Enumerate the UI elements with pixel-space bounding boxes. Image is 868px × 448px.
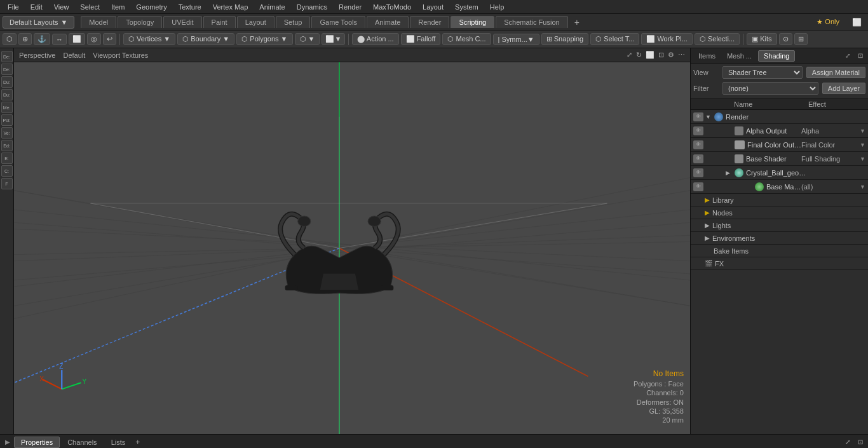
tree-section-library[interactable]: ▶ Library: [691, 194, 868, 207]
tab-expand[interactable]: ⬜: [848, 17, 865, 28]
tab-model[interactable]: Model: [81, 16, 116, 28]
menu-select[interactable]: Select: [75, 2, 105, 12]
sidebar-tool-9[interactable]: E:: [1, 153, 13, 164]
tab-star[interactable]: ★ Only: [811, 17, 844, 27]
vp-refresh[interactable]: ↻: [636, 51, 642, 59]
sidebar-tool-7[interactable]: Ve:: [1, 127, 13, 139]
tab-gametools[interactable]: Game Tools: [311, 16, 365, 28]
tool-btn-3[interactable]: ↔: [52, 34, 67, 45]
sidebar-tool-10[interactable]: C:: [1, 165, 13, 177]
tree-section-environments[interactable]: ▶ Environments: [691, 232, 868, 245]
tree-expand-render[interactable]: ▼: [705, 114, 713, 120]
tree-section-fx[interactable]: 🎬 FX: [691, 257, 868, 270]
tool-extra[interactable]: ⬜▼: [322, 33, 345, 45]
tool-workpl[interactable]: ⬜ Work Pl...: [641, 33, 693, 45]
tab-animate[interactable]: Animate: [367, 16, 409, 28]
bottom-collapse[interactable]: ▶: [3, 437, 13, 447]
tab-setup[interactable]: Setup: [276, 16, 311, 28]
sidebar-tool-5[interactable]: Me:: [1, 102, 13, 113]
tree-vis-baseshader[interactable]: 👁: [693, 154, 703, 163]
tree-effect-basematerial-dd[interactable]: ▼: [860, 184, 865, 190]
bottom-add[interactable]: +: [133, 437, 142, 448]
tree-row-crystal[interactable]: 👁 ▶ Crystal_Ball_geo2...: [691, 166, 868, 180]
tool-meshc[interactable]: ⬡ Mesh C...: [442, 33, 491, 45]
menu-system[interactable]: System: [450, 2, 484, 12]
tab-add-button[interactable]: +: [569, 16, 585, 29]
vp-dots[interactable]: ⋯: [678, 51, 685, 59]
sidebar-tool-1[interactable]: De:: [1, 51, 13, 62]
viewport-canvas[interactable]: No Items Polygons : Face Channels: 0 Def…: [14, 62, 690, 434]
sidebar-tool-2[interactable]: De:: [1, 64, 13, 75]
bottom-expand-icon[interactable]: ⤢: [843, 437, 853, 447]
add-layer-btn[interactable]: Add Layer: [822, 83, 865, 94]
tree-vis-crystal[interactable]: 👁: [693, 168, 703, 177]
tool-btn-0[interactable]: ⬡: [3, 33, 17, 45]
sidebar-tool-11[interactable]: F: [1, 178, 13, 189]
tree-row-alpha[interactable]: 👁 Alpha Output Alpha ▼: [691, 124, 868, 138]
tool-selecti[interactable]: ⬡ Selecti...: [695, 33, 740, 45]
tree-section-lights[interactable]: ▶ Lights: [691, 219, 868, 232]
right-tab-expand[interactable]: ⤢: [843, 51, 853, 60]
tab-scripting[interactable]: Scripting: [451, 16, 494, 28]
tool-polygons[interactable]: ⬡ Polygons ▼: [236, 33, 292, 45]
tool-action[interactable]: ⬤ Action ...: [352, 33, 398, 45]
tool-btn-1[interactable]: ⊕: [18, 33, 32, 45]
tool-snapping[interactable]: ⊞ Snapping: [541, 33, 589, 45]
sidebar-tool-8[interactable]: Ed:: [1, 140, 13, 151]
bottom-tab-channels[interactable]: Channels: [61, 437, 103, 447]
menu-edit[interactable]: Edit: [25, 2, 48, 12]
tree-effect-alpha-dd[interactable]: ▼: [860, 128, 865, 134]
tree-effect-finalcolor-dd[interactable]: ▼: [860, 142, 865, 148]
sidebar-tool-4[interactable]: Du:: [1, 89, 13, 100]
menu-dynamics[interactable]: Dynamics: [292, 2, 332, 12]
menu-animate[interactable]: Animate: [254, 2, 290, 12]
vp-textures[interactable]: Viewport Textures: [93, 51, 148, 59]
right-tab-items[interactable]: Items: [693, 51, 721, 61]
tool-vertices[interactable]: ⬡ Vertices ▼: [123, 33, 175, 45]
tree-vis-render[interactable]: 👁: [693, 112, 703, 121]
tool-btn-6[interactable]: ↩: [103, 33, 116, 45]
tool-boundary[interactable]: ⬡ Boundary ▼: [177, 33, 234, 45]
tab-layout[interactable]: Layout: [237, 16, 275, 28]
menu-item[interactable]: Item: [106, 2, 130, 12]
tree-effect-baseshader-dd[interactable]: ▼: [860, 156, 865, 162]
sidebar-tool-3[interactable]: Du:: [1, 76, 13, 88]
tree-row-render[interactable]: 👁 ▼ Render: [691, 110, 868, 124]
tree-row-finalcolor[interactable]: 👁 Final Color Output Final Color ▼: [691, 138, 868, 152]
tab-topology[interactable]: Topology: [118, 16, 162, 28]
tree-vis-basematerial[interactable]: 👁: [693, 182, 703, 191]
tree-row-basematerial[interactable]: 👁 Base Material (all) ▼: [691, 180, 868, 194]
vp-settings[interactable]: ⚙: [668, 51, 674, 59]
view-select[interactable]: Shader Tree: [722, 66, 803, 79]
tab-paint[interactable]: Paint: [203, 16, 236, 28]
tree-row-baseshader[interactable]: 👁 Base Shader Full Shading ▼: [691, 152, 868, 166]
menu-help[interactable]: Help: [485, 2, 510, 12]
tab-render[interactable]: Render: [410, 16, 449, 28]
vp-expand[interactable]: ⤢: [627, 51, 632, 59]
layouts-dropdown[interactable]: Default Layouts ▼: [3, 16, 74, 29]
bottom-tab-lists[interactable]: Lists: [105, 437, 132, 447]
tool-symm[interactable]: | Symm...▼: [493, 34, 539, 45]
sidebar-tool-6[interactable]: Pol:: [1, 114, 13, 126]
bottom-tab-properties[interactable]: Properties: [14, 437, 60, 448]
tool-btn-4[interactable]: ⬜: [69, 33, 85, 45]
assign-material-btn[interactable]: Assign Material: [806, 67, 865, 78]
menu-vertexmap[interactable]: Vertex Map: [208, 2, 254, 12]
viewport[interactable]: Perspective Default Viewport Textures ⤢ …: [14, 48, 690, 434]
menu-geometry[interactable]: Geometry: [131, 2, 172, 12]
tool-btn-2[interactable]: ⚓: [34, 33, 50, 45]
tool-kits[interactable]: ▣ Kits: [747, 33, 776, 45]
menu-render[interactable]: Render: [334, 2, 367, 12]
menu-maxtomodo[interactable]: MaxToModo: [368, 2, 416, 12]
menu-layout[interactable]: Layout: [417, 2, 449, 12]
vp-perspective[interactable]: Perspective: [19, 51, 55, 59]
menu-texture[interactable]: Texture: [173, 2, 207, 12]
vp-maximize[interactable]: ⊡: [658, 51, 664, 59]
bottom-settings-icon[interactable]: ⊡: [855, 437, 865, 447]
tab-uvedit[interactable]: UVEdit: [163, 16, 201, 28]
right-tab-pin[interactable]: ⊡: [855, 51, 865, 60]
vp-render[interactable]: ⬜: [646, 51, 654, 59]
filter-select[interactable]: (none): [722, 82, 818, 95]
tree-vis-finalcolor[interactable]: 👁: [693, 140, 703, 149]
vp-default[interactable]: Default: [63, 51, 85, 59]
